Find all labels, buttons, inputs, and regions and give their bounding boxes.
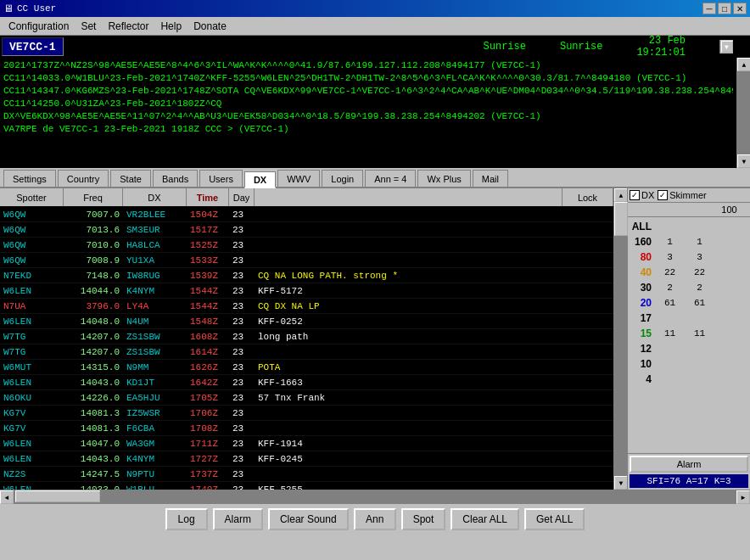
td-spotter: W6MUT (0, 360, 64, 374)
th-time[interactable]: Time (187, 188, 229, 206)
table-row[interactable]: W6LEN 14048.0 N4UM 1548Z 23 KFF-0252 (0, 314, 613, 329)
tab-bands[interactable]: Bands (153, 170, 198, 187)
td-spotter: N6OKU (0, 390, 64, 405)
dx-checkbox[interactable]: ✓ (630, 190, 640, 200)
table-row[interactable]: W7TG 14207.0 ZS1SBW 1614Z 23 (0, 344, 613, 360)
td-day: 23 (229, 253, 255, 267)
alarm-bottom-button[interactable]: Alarm (213, 508, 263, 530)
h-scroll-thumb[interactable] (15, 490, 100, 502)
table-row[interactable]: W6LEN 14033.0 W1BLU 1740Z 23 KFF-5255 (0, 482, 613, 490)
tab-wx-plus[interactable]: Wx Plus (417, 170, 470, 187)
band-row-17[interactable]: 17 (630, 311, 748, 326)
band-row-160[interactable]: 160 1 1 (630, 234, 748, 249)
band-row-30[interactable]: 30 2 2 (630, 280, 748, 295)
tab-country[interactable]: Country (58, 170, 109, 187)
scroll-down-button[interactable]: ▼ (614, 476, 628, 490)
header-sunrise2: Sunrise (560, 41, 602, 53)
td-comment (255, 222, 613, 237)
log-scroll-down[interactable]: ▼ (737, 154, 750, 168)
td-day: 23 (229, 436, 255, 451)
app-title: CC User (17, 3, 56, 14)
td-time: 1626Z (187, 360, 229, 374)
scroll-up-button[interactable]: ▲ (614, 188, 628, 202)
band-row-4[interactable]: 4 (630, 372, 748, 387)
h-scroll-left[interactable]: ◄ (0, 490, 14, 504)
table-row[interactable]: W6LEN 14047.0 WA3GM 1711Z 23 KFF-1914 (0, 436, 613, 451)
td-freq: 14207.0 (64, 344, 123, 359)
td-time: 1517Z (187, 222, 229, 237)
table-row[interactable]: NZ2S 14247.5 N9PTU 1737Z 23 (0, 467, 613, 482)
header-scroll-down[interactable]: ▼ (721, 41, 733, 53)
h-scroll-right[interactable]: ► (736, 490, 750, 504)
table-row[interactable]: KG7V 14081.3 F6CBA 1708Z 23 (0, 421, 613, 436)
tab-settings[interactable]: Settings (3, 170, 56, 187)
td-freq: 14044.0 (64, 283, 123, 298)
table-row[interactable]: N6OKU 14226.0 EA5HJU 1705Z 23 57 Tnx Fra… (0, 390, 613, 406)
table-row[interactable]: W6QW 7008.9 YU1XA 1533Z 23 (0, 253, 613, 268)
app-icon: 🖥 (3, 3, 14, 15)
table-row[interactable]: N7UA 3796.0 LY4A 1544Z 23 CQ DX NA LP (0, 299, 613, 314)
band-row-12[interactable]: 12 (630, 341, 748, 356)
tab-state[interactable]: State (110, 170, 151, 187)
table-row[interactable]: W6QW 7007.0 VR2BLEE 1504Z 23 (0, 207, 613, 222)
table-row[interactable]: W7TG 14207.0 ZS1SBW 1608Z 23 long path (0, 329, 613, 344)
tab-mail[interactable]: Mail (473, 170, 508, 187)
menu-configuration[interactable]: Configuration (3, 19, 74, 34)
clear-all-button[interactable]: Clear ALL (451, 508, 519, 530)
table-row[interactable]: KG7V 14081.3 IZ5WSR 1706Z 23 (0, 406, 613, 421)
log-container: 2021^1737Z^^NZ2S^98^AE5E^AE5E^8^4^6^3^IL… (0, 58, 750, 168)
tab-ann-=-4[interactable]: Ann = 4 (365, 170, 416, 187)
td-dx: EA5HJU (123, 390, 187, 405)
table-row[interactable]: W6LEN 14043.0 KD1JT 1642Z 23 KFF-1663 (0, 375, 613, 390)
log-line: CC11^14250.0^U31ZA^23-Feb-2021^1802Z^CQ (3, 98, 733, 110)
tab-users[interactable]: Users (199, 170, 243, 187)
get-all-button[interactable]: Get ALL (524, 508, 585, 530)
skimmer-checkbox[interactable]: ✓ (658, 190, 668, 200)
table-row[interactable]: W6MUT 14315.0 N9MM 1626Z 23 POTA (0, 360, 613, 375)
band-name: 30 (630, 282, 655, 294)
close-button[interactable]: ✕ (733, 3, 747, 14)
td-time: 1539Z (187, 268, 229, 283)
menu-reflector[interactable]: Reflector (103, 19, 154, 34)
scroll-thumb[interactable] (614, 202, 628, 236)
alarm-button[interactable]: Alarm (630, 456, 748, 473)
td-spotter: W6QW (0, 207, 64, 221)
spot-button[interactable]: Spot (401, 508, 446, 530)
bottom-bar: Log Alarm Clear Sound Ann Spot Clear ALL… (0, 503, 750, 534)
td-day: 23 (229, 207, 255, 221)
clear-sound-button[interactable]: Clear Sound (268, 508, 349, 530)
table-row[interactable]: W6LEN 14044.0 K4NYM 1544Z 23 KFF-5172 (0, 283, 613, 299)
table-row[interactable]: N7EKD 7148.0 IW8RUG 1539Z 23 CQ NA LONG … (0, 268, 613, 283)
minimize-button[interactable]: ─ (702, 3, 716, 14)
band-row-all[interactable]: ALL (630, 219, 748, 234)
td-comment: KFF-1914 (255, 436, 613, 451)
td-time: 1608Z (187, 329, 229, 344)
table-row[interactable]: W6LEN 14043.0 K4NYM 1727Z 23 KFF-0245 (0, 451, 613, 467)
table-row[interactable]: W6QW 7013.6 SM3EUR 1517Z 23 (0, 222, 613, 238)
table-row[interactable]: W6QW 7010.0 HA8LCA 1525Z 23 (0, 238, 613, 253)
td-spotter: W6LEN (0, 451, 64, 466)
band-row-20[interactable]: 20 61 61 (630, 295, 748, 311)
band-name: 20 (630, 297, 655, 309)
td-dx: N9MM (123, 360, 187, 374)
td-freq: 14043.0 (64, 375, 123, 389)
band-row-80[interactable]: 80 3 3 (630, 249, 748, 265)
td-dx: K4NYM (123, 451, 187, 466)
band-row-40[interactable]: 40 22 22 (630, 265, 748, 280)
band-row-15[interactable]: 15 11 11 (630, 326, 748, 341)
td-spotter: KG7V (0, 421, 64, 435)
menu-help[interactable]: Help (155, 19, 187, 34)
log-scroll-up[interactable]: ▲ (737, 58, 750, 71)
td-time: 1727Z (187, 451, 229, 466)
tab-login[interactable]: Login (322, 170, 363, 187)
log-button[interactable]: Log (165, 508, 208, 530)
band-row-10[interactable]: 10 (630, 356, 748, 372)
tab-dx[interactable]: DX (244, 171, 276, 188)
td-day: 23 (229, 329, 255, 344)
maximize-button[interactable]: □ (718, 3, 731, 14)
menu-set[interactable]: Set (76, 19, 101, 34)
menu-donate[interactable]: Donate (188, 19, 232, 34)
ann-button[interactable]: Ann (354, 508, 396, 530)
tab-wwv[interactable]: WWV (277, 170, 320, 187)
td-dx: KD1JT (123, 375, 187, 389)
